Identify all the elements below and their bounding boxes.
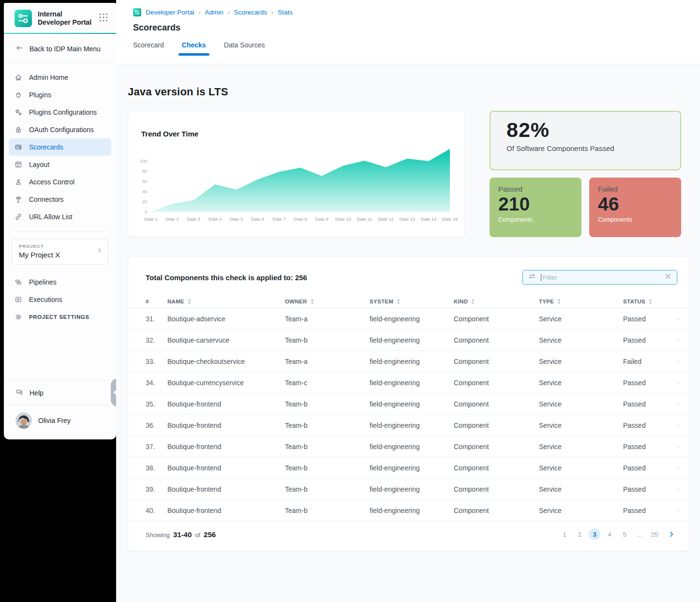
row-num: 34. xyxy=(146,379,167,387)
page-button-4[interactable]: 4 xyxy=(604,528,615,540)
sidebar-item-pipelines[interactable]: Pipelines xyxy=(9,273,111,291)
table-row[interactable]: 37.Boutique-frontendTeam-bfield-engineer… xyxy=(128,436,689,457)
user-menu[interactable]: Olivia Frey xyxy=(4,405,116,439)
sidebar-item-plugins[interactable]: Plugins xyxy=(9,86,111,104)
svg-text:Date 13: Date 13 xyxy=(399,217,415,222)
column-header-system[interactable]: SYSTEM xyxy=(370,299,454,304)
svg-text:Date 10: Date 10 xyxy=(335,217,351,222)
table-row[interactable]: 40.Boutique-frontendTeam-bfield-engineer… xyxy=(128,500,689,521)
row-system: field-engineering xyxy=(370,315,454,323)
table-row[interactable]: 33.Boutique-checkoutserviceTeam-afield-e… xyxy=(128,351,689,372)
breadcrumb-separator: › xyxy=(199,9,201,16)
apps-grid-icon[interactable] xyxy=(99,13,108,24)
row-kind: Component xyxy=(454,443,539,451)
sidebar-item-label: Layout xyxy=(29,161,49,168)
svg-text:Date 7: Date 7 xyxy=(272,217,285,222)
sort-icon[interactable] xyxy=(557,299,561,304)
sort-icon[interactable] xyxy=(648,299,653,304)
row-chevron-icon: › xyxy=(677,379,679,386)
help-button[interactable]: Help xyxy=(4,380,116,405)
table-row[interactable]: 39.Boutique-frontendTeam-bfield-engineer… xyxy=(128,479,689,500)
row-chevron-icon: › xyxy=(677,485,679,493)
row-chevron-icon: › xyxy=(677,464,679,471)
filter-box[interactable] xyxy=(522,270,677,285)
sidebar-item-scorecards[interactable]: Scorecards xyxy=(9,138,111,156)
page-button-25[interactable]: 25 xyxy=(649,528,660,540)
row-name: Boutique-frontend xyxy=(167,421,285,429)
sidebar-item-connectors[interactable]: Connectors xyxy=(9,191,111,208)
breadcrumb-link-developer-portal[interactable]: Developer Portal xyxy=(146,9,194,16)
table-row[interactable]: 31.Boutique-adserviceTeam-afield-enginee… xyxy=(128,308,689,330)
row-name: Boutique-adservice xyxy=(167,315,285,323)
home-icon xyxy=(15,74,22,81)
page-button-2[interactable]: 2 xyxy=(574,528,585,540)
row-type: Service xyxy=(539,379,623,387)
row-kind: Component xyxy=(454,421,539,429)
breadcrumb-link-admin[interactable]: Admin xyxy=(205,9,223,16)
table-title: Total Components this check is applied t… xyxy=(146,273,307,282)
page-button-1[interactable]: 1 xyxy=(559,528,570,540)
column-header-status[interactable]: STATUS xyxy=(623,299,677,304)
sort-icon[interactable] xyxy=(396,299,401,304)
back-to-idp-main-menu[interactable]: Back to IDP Main Menu xyxy=(4,34,116,63)
passed-value: 210 xyxy=(498,193,581,216)
sidebar-item-layout[interactable]: Layout xyxy=(9,156,111,173)
project-selector[interactable]: PROJECT My Project X xyxy=(12,239,108,265)
sort-icon[interactable] xyxy=(187,299,192,304)
svg-text:80: 80 xyxy=(142,169,147,174)
row-type: Service xyxy=(539,443,623,451)
row-system: field-engineering xyxy=(370,358,454,365)
column-header-kind[interactable]: KIND xyxy=(454,299,539,304)
sidebar-item-executions[interactable]: Executions xyxy=(9,291,111,308)
row-kind: Component xyxy=(454,507,539,514)
table-row[interactable]: 34.Boutique-currencyserviceTeam-cfield-e… xyxy=(128,372,689,393)
sidebar-item-access-control[interactable]: Access Control xyxy=(9,173,111,191)
sidebar-item-oauth-configurations[interactable]: OAuth Configurations xyxy=(9,121,111,138)
svg-text:Date 6: Date 6 xyxy=(251,217,264,222)
tab-data-sources[interactable]: Data Sources xyxy=(224,41,265,55)
row-num: 33. xyxy=(146,358,167,365)
row-system: field-engineering xyxy=(370,336,454,344)
tab-scorecard[interactable]: Scorecard xyxy=(133,41,164,55)
breadcrumb-separator: › xyxy=(228,9,230,16)
percent-caption: Of Software Components Passed xyxy=(506,144,680,152)
row-num: 35. xyxy=(146,400,167,408)
sidebar-item-plugins-configurations[interactable]: Plugins Configurations xyxy=(9,104,111,121)
sort-icon[interactable] xyxy=(310,299,314,304)
next-page-button[interactable] xyxy=(668,530,675,538)
table-row[interactable]: 36.Boutique-frontendTeam-bfield-engineer… xyxy=(128,415,689,436)
sidebar-item-admin-home[interactable]: Admin Home xyxy=(9,69,111,86)
row-type: Service xyxy=(539,336,623,344)
column-header-name[interactable]: NAME xyxy=(167,299,285,304)
filter-input[interactable] xyxy=(543,274,659,281)
passed-label: Passed xyxy=(498,185,581,193)
row-system: field-engineering xyxy=(370,379,454,387)
row-chevron-icon: › xyxy=(677,400,679,407)
breadcrumb-link-scorecards[interactable]: Scorecards xyxy=(234,9,267,16)
executions-icon xyxy=(15,296,22,303)
column-header-: # xyxy=(146,299,167,304)
row-kind: Component xyxy=(454,315,539,323)
row-system: field-engineering xyxy=(370,507,454,514)
sidebar-item-label: OAuth Configurations xyxy=(29,126,94,134)
row-status: Failed xyxy=(623,358,677,365)
table-row[interactable]: 35.Boutique-frontendTeam-bfield-engineer… xyxy=(128,393,689,415)
table-row[interactable]: 38.Boutique-frontendTeam-bfield-engineer… xyxy=(128,457,689,479)
page-button-3[interactable]: 3 xyxy=(589,528,600,540)
sort-icon[interactable] xyxy=(471,299,475,304)
breadcrumb-link-stats[interactable]: Stats xyxy=(278,9,293,16)
tab-checks[interactable]: Checks xyxy=(182,41,206,55)
column-header-owner[interactable]: OWNER xyxy=(285,299,370,304)
sidebar-item-project-settings[interactable]: PROJECT SETTINGS xyxy=(9,308,111,326)
sidebar-item-label: Pipelines xyxy=(29,278,57,286)
sidebar-item-url-allow-list[interactable]: URL Allow List xyxy=(9,208,111,226)
collapse-arrow-icon xyxy=(113,390,116,395)
close-icon[interactable] xyxy=(664,272,672,282)
table-row[interactable]: 32.Boutique-carservuceTeam-bfield-engine… xyxy=(128,330,689,351)
row-owner: Team-a xyxy=(285,358,370,365)
page-button-5[interactable]: 5 xyxy=(619,528,630,540)
sidebar-bottom: Help Olivia Frey xyxy=(4,380,116,439)
sidebar-item-label: Admin Home xyxy=(29,74,68,81)
table-footer: Showing 31-40 of 256 12345...25 xyxy=(128,521,689,546)
column-header-type[interactable]: TYPE xyxy=(539,299,623,304)
